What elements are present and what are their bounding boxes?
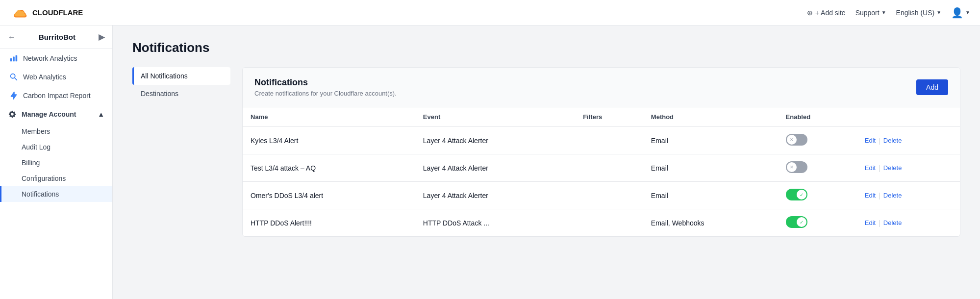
add-site-button[interactable]: ⊕ + Add site (807, 9, 846, 17)
action-buttons: Edit | Delete (865, 192, 952, 199)
language-button[interactable]: English (US) ▼ (896, 9, 942, 17)
collapse-icon: ▲ (98, 110, 104, 118)
cell-enabled (778, 154, 857, 182)
edit-button[interactable]: Edit (865, 164, 876, 172)
toggle-knob (797, 190, 806, 199)
page-title: Notifications (132, 40, 960, 55)
cell-filters (575, 182, 643, 209)
col-method: Method (643, 107, 778, 127)
left-nav-destinations[interactable]: Destinations (132, 85, 230, 102)
search-icon (9, 73, 18, 81)
all-notifications-label: All Notifications (141, 72, 188, 80)
delete-button[interactable]: Delete (883, 137, 902, 144)
billing-label: Billing (22, 159, 40, 167)
col-name: Name (243, 107, 415, 127)
user-chevron-icon: ▼ (965, 10, 970, 15)
cell-actions: Edit | Delete (857, 182, 960, 209)
support-button[interactable]: Support ▼ (855, 9, 886, 17)
content-layout: All Notifications Destinations Notificat… (132, 67, 960, 237)
cell-filters (575, 154, 643, 182)
chart-icon (9, 54, 18, 63)
cell-actions: Edit | Delete (857, 127, 960, 154)
action-buttons: Edit | Delete (865, 219, 952, 227)
sidebar-item-members[interactable]: Members (0, 124, 112, 139)
cell-actions: Edit | Delete (857, 154, 960, 182)
enabled-toggle[interactable] (786, 216, 807, 228)
toggle-knob (787, 135, 797, 145)
sidebar-manage-account-header[interactable]: Manage Account ▲ (0, 105, 112, 124)
action-separator: | (879, 164, 880, 172)
sidebar-account-header[interactable]: ← BurritoBot ▶ (0, 25, 112, 49)
language-chevron-icon: ▼ (936, 10, 941, 15)
sidebar-item-audit-log[interactable]: Audit Log (0, 139, 112, 155)
cell-event: Layer 4 Attack Alerter (415, 182, 575, 209)
sidebar-item-billing[interactable]: Billing (0, 155, 112, 171)
user-menu-button[interactable]: 👤 ▼ (951, 7, 970, 19)
notifications-label: Notifications (22, 190, 59, 198)
cell-enabled (778, 209, 857, 237)
language-label: English (US) (896, 9, 935, 17)
table-row: Kyles L3/4 Alert Layer 4 Attack Alerter … (243, 127, 960, 154)
panel-title: Notifications (254, 77, 397, 88)
table-header-row: Name Event Filters Method Enabled (243, 107, 960, 127)
left-nav: All Notifications Destinations (132, 67, 230, 237)
left-nav-all-notifications[interactable]: All Notifications (132, 67, 230, 85)
add-notification-button[interactable]: Add (916, 79, 948, 95)
action-separator: | (879, 219, 880, 227)
cell-method: Email (643, 154, 778, 182)
cell-enabled (778, 182, 857, 209)
main-layout: ← BurritoBot ▶ Network Analytics Web Ana… (0, 25, 980, 299)
sidebar-item-label: Web Analytics (23, 73, 66, 81)
cloudflare-logo[interactable]: CLOUDFLARE (10, 6, 83, 19)
cell-enabled (778, 127, 857, 154)
destinations-label: Destinations (141, 90, 178, 98)
enabled-toggle[interactable] (786, 161, 807, 173)
sidebar-item-label: Carbon Impact Report (23, 92, 91, 100)
support-chevron-icon: ▼ (881, 10, 886, 15)
toggle-knob (787, 162, 797, 172)
toggle-knob (797, 217, 806, 227)
sidebar-item-label: Network Analytics (23, 54, 77, 62)
action-separator: | (879, 192, 880, 199)
cell-name: Kyles L3/4 Alert (243, 127, 415, 154)
manage-account-label: Manage Account (22, 110, 76, 118)
main-content: Notifications All Notifications Destinat… (113, 25, 980, 299)
edit-button[interactable]: Edit (865, 192, 876, 199)
delete-button[interactable]: Delete (883, 219, 902, 226)
plus-icon: ⊕ (807, 9, 813, 17)
cell-filters (575, 209, 643, 237)
sidebar-item-configurations[interactable]: Configurations (0, 171, 112, 186)
enabled-toggle[interactable] (786, 134, 807, 146)
panel-header-text: Notifications Create notifications for y… (254, 77, 397, 97)
sidebar-item-notifications[interactable]: Notifications (0, 186, 112, 202)
table-row: Omer's DDoS L3/4 alert Layer 4 Attack Al… (243, 182, 960, 209)
table-row: Test L3/4 attack – AQ Layer 4 Attack Ale… (243, 154, 960, 182)
col-filters: Filters (575, 107, 643, 127)
edit-button[interactable]: Edit (865, 137, 876, 144)
sidebar-item-carbon-impact[interactable]: Carbon Impact Report (0, 86, 112, 105)
enabled-toggle[interactable] (786, 189, 807, 200)
col-actions (857, 107, 960, 127)
delete-button[interactable]: Delete (883, 192, 902, 199)
leaf-icon (9, 91, 18, 100)
edit-button[interactable]: Edit (865, 219, 876, 226)
delete-button[interactable]: Delete (883, 164, 902, 172)
notifications-table: Name Event Filters Method Enabled Kyles … (243, 107, 960, 236)
sidebar-item-network-analytics[interactable]: Network Analytics (0, 49, 112, 68)
cell-method: Email, Webhooks (643, 209, 778, 237)
cell-actions: Edit | Delete (857, 209, 960, 237)
sidebar-item-web-analytics[interactable]: Web Analytics (0, 68, 112, 86)
account-name: BurritoBot (39, 33, 75, 41)
col-event: Event (415, 107, 575, 127)
audit-log-label: Audit Log (22, 143, 50, 151)
user-avatar-icon: 👤 (951, 7, 963, 19)
cell-filters (575, 127, 643, 154)
support-label: Support (855, 9, 879, 17)
back-arrow-icon: ← (8, 33, 16, 42)
cell-method: Email (643, 182, 778, 209)
panel-header: Notifications Create notifications for y… (243, 68, 960, 107)
cloudflare-text: CLOUDFLARE (32, 8, 83, 17)
action-buttons: Edit | Delete (865, 137, 952, 145)
cell-name: Test L3/4 attack – AQ (243, 154, 415, 182)
forward-arrow-icon: ▶ (99, 32, 104, 42)
